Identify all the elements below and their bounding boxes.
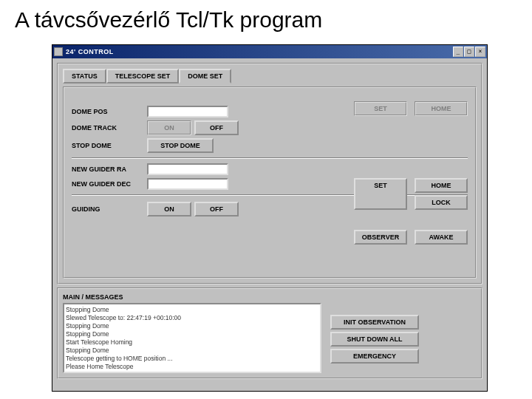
tab-telescope-set[interactable]: TELESCOPE SET <box>106 69 180 83</box>
stop-dome-button[interactable]: STOP DOME <box>147 138 214 153</box>
guider-dec-input[interactable] <box>147 178 228 190</box>
dome-pos-label: DOME POS <box>72 108 144 115</box>
observer-button[interactable]: OBSERVER <box>354 230 407 245</box>
divider-1 <box>72 157 468 159</box>
window-title: 24' CONTROL <box>66 48 114 55</box>
awake-button[interactable]: AWAKE <box>415 230 468 245</box>
guider-lock-button[interactable]: LOCK <box>415 195 468 210</box>
maximize-button[interactable]: □ <box>464 47 474 57</box>
guiding-off-button[interactable]: OFF <box>194 202 239 216</box>
slide-title: A távcsővezérlő Tcl/Tk program <box>0 0 532 40</box>
guider-dec-label: NEW GUIDER DEC <box>72 180 144 188</box>
main-panel: STATUS TELESCOPE SET DOME SET DOME POS S… <box>57 63 482 284</box>
guider-set-button[interactable]: SET <box>354 178 407 210</box>
init-observation-button[interactable]: INIT OBSERVATION <box>330 315 419 330</box>
guider-home-button[interactable]: HOME <box>415 178 468 193</box>
message-line: Stopping Dome <box>66 330 318 338</box>
dome-pos-input[interactable] <box>147 106 228 117</box>
message-line: Stopping Dome <box>66 347 318 355</box>
app-window: 24' CONTROL _ □ × STATUS TELESCOPE SET D… <box>52 44 488 392</box>
dome-track-off-button[interactable]: OFF <box>194 120 239 135</box>
minimize-button[interactable]: _ <box>453 47 463 57</box>
app-icon <box>54 47 63 56</box>
guiding-label: GUIDING <box>72 205 144 213</box>
messages-header: MAIN / MESSAGES <box>63 293 477 301</box>
message-line: Please Home Telescope <box>66 363 318 371</box>
message-line: Start Telescope Homing <box>66 338 318 347</box>
tab-dome-set[interactable]: DOME SET <box>179 69 231 83</box>
stop-dome-label: STOP DOME <box>72 142 144 149</box>
dome-set-button[interactable]: SET <box>354 101 407 116</box>
messages-box[interactable]: Stopping DomeSlewed Telescope to: 22:47:… <box>63 303 321 373</box>
message-line: Stopping Dome <box>66 306 318 314</box>
guider-ra-input[interactable] <box>147 163 228 175</box>
dome-track-on-button[interactable]: ON <box>147 120 191 135</box>
dome-home-button[interactable]: HOME <box>415 101 468 116</box>
titlebar: 24' CONTROL _ □ × <box>52 45 487 58</box>
dome-set-body: DOME POS SET HOME DOME TRACK ON OFF STO <box>63 86 477 279</box>
dome-track-label: DOME TRACK <box>72 124 144 132</box>
messages-panel: MAIN / MESSAGES Stopping DomeSlewed Tele… <box>57 287 482 379</box>
tab-status[interactable]: STATUS <box>63 69 106 83</box>
guiding-on-button[interactable]: ON <box>147 202 191 216</box>
emergency-button[interactable]: EMERGENCY <box>330 349 419 364</box>
message-line: Telescope getting to HOME position ... <box>66 355 318 363</box>
close-button[interactable]: × <box>475 47 485 57</box>
shut-down-all-button[interactable]: SHUT DOWN ALL <box>330 332 419 347</box>
tab-strip: STATUS TELESCOPE SET DOME SET <box>63 69 477 83</box>
guider-ra-label: NEW GUIDER RA <box>72 166 144 173</box>
message-line: Slewed Telescope to: 22:47:19 +00:10:00 <box>66 314 318 322</box>
message-line: Stopping Dome <box>66 322 318 330</box>
